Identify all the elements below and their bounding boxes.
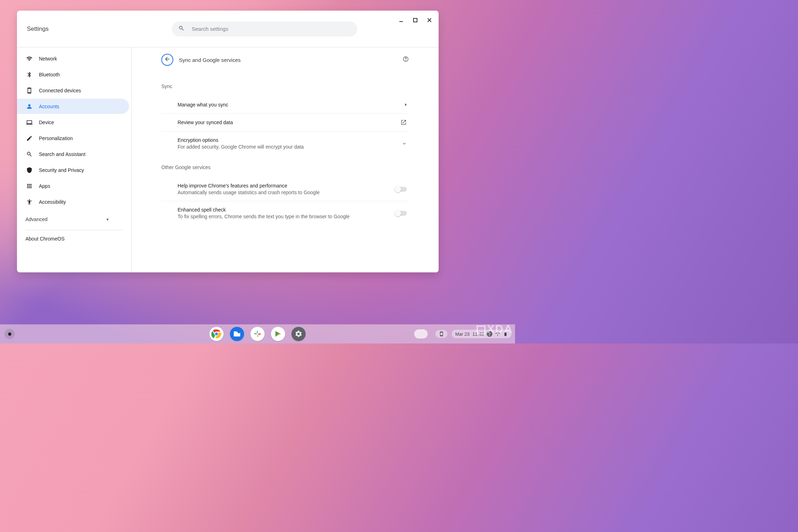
search-icon bbox=[178, 25, 185, 33]
accessibility-icon bbox=[25, 198, 33, 206]
shelf-apps bbox=[209, 327, 306, 341]
launcher-button[interactable] bbox=[4, 328, 16, 340]
shield-icon bbox=[25, 166, 33, 174]
status-date: Mar 23 bbox=[455, 331, 469, 337]
main-panel: Sync and Google services Sync Manage wha… bbox=[132, 47, 439, 272]
sidebar-item-label: Apps bbox=[39, 183, 50, 189]
svg-point-8 bbox=[215, 332, 218, 336]
app-settings[interactable] bbox=[291, 327, 306, 341]
window-body: Network Bluetooth Connected devices Acco… bbox=[17, 47, 439, 272]
status-pills bbox=[411, 328, 431, 340]
row-title: Manage what you sync bbox=[178, 102, 405, 108]
row-encryption-options[interactable]: Encryption options For added security, G… bbox=[161, 132, 409, 155]
row-review-synced-data[interactable]: Review your synced data bbox=[161, 114, 409, 132]
sidebar-item-search-assistant[interactable]: Search and Assistant bbox=[17, 146, 129, 162]
sidebar-item-label: Bluetooth bbox=[39, 72, 60, 77]
sidebar-item-network[interactable]: Network bbox=[17, 51, 129, 66]
laptop-icon bbox=[25, 118, 33, 126]
shelf: Mar 23 11:48 2 bbox=[0, 324, 515, 343]
page-header: Sync and Google services bbox=[161, 54, 409, 66]
app-slack[interactable] bbox=[250, 327, 265, 341]
sidebar-item-label: Accessibility bbox=[39, 199, 66, 205]
sidebar-item-accounts[interactable]: Accounts bbox=[17, 99, 129, 114]
phone-icon bbox=[25, 87, 33, 94]
help-icon bbox=[403, 57, 409, 63]
back-button[interactable] bbox=[161, 54, 173, 66]
search-icon bbox=[25, 150, 33, 158]
help-button[interactable] bbox=[403, 56, 409, 64]
sidebar-item-label: Device bbox=[39, 120, 54, 125]
status-avatar-group bbox=[414, 329, 428, 339]
row-title: Help improve Chrome's features and perfo… bbox=[178, 183, 395, 189]
about-chromeos[interactable]: About ChromeOS bbox=[17, 230, 131, 247]
about-label: About ChromeOS bbox=[25, 236, 65, 242]
svg-point-9 bbox=[238, 331, 240, 333]
apps-icon bbox=[25, 182, 33, 190]
sidebar-item-accessibility[interactable]: Accessibility bbox=[17, 194, 129, 209]
chevron-right-icon bbox=[405, 103, 407, 106]
row-enhanced-spell-check: Enhanced spell check To fix spelling err… bbox=[161, 201, 409, 225]
arrow-left-icon bbox=[164, 56, 170, 64]
wifi-icon bbox=[25, 55, 33, 63]
sidebar-item-label: Connected devices bbox=[39, 88, 81, 93]
settings-window: Settings Network Bluetooth Connected dev… bbox=[17, 11, 439, 272]
svg-rect-13 bbox=[258, 334, 261, 335]
launcher-icon bbox=[8, 332, 11, 336]
sidebar-item-label: Personalization bbox=[39, 135, 73, 141]
row-title: Enhanced spell check bbox=[178, 207, 395, 213]
svg-rect-10 bbox=[257, 331, 258, 333]
app-chrome[interactable] bbox=[209, 327, 224, 341]
svg-point-5 bbox=[406, 60, 406, 60]
page-title: Sync and Google services bbox=[179, 57, 403, 63]
sidebar-item-bluetooth[interactable]: Bluetooth bbox=[17, 67, 129, 82]
search-box[interactable] bbox=[172, 22, 357, 36]
sidebar-item-label: Accounts bbox=[39, 104, 59, 109]
row-manage-sync[interactable]: Manage what you sync bbox=[161, 96, 409, 114]
toggle-spell-check[interactable] bbox=[395, 211, 407, 216]
header: Settings bbox=[17, 11, 439, 47]
app-play-store[interactable] bbox=[271, 327, 285, 341]
row-subtitle: To fix spelling errors, Chrome sends the… bbox=[178, 214, 395, 219]
chevron-down-icon: ▼ bbox=[106, 218, 109, 221]
sidebar-item-security-privacy[interactable]: Security and Privacy bbox=[17, 162, 129, 178]
launch-icon bbox=[400, 119, 407, 126]
sidebar: Network Bluetooth Connected devices Acco… bbox=[17, 47, 132, 272]
sidebar-item-device[interactable]: Device bbox=[17, 115, 129, 130]
sidebar-item-apps[interactable]: Apps bbox=[17, 178, 129, 193]
advanced-toggle[interactable]: Advanced ▼ bbox=[17, 212, 131, 227]
phone-hub[interactable] bbox=[435, 330, 447, 338]
watermark: XDA bbox=[476, 323, 513, 336]
person-icon bbox=[25, 103, 33, 110]
row-subtitle: For added security, Google Chrome will e… bbox=[178, 144, 402, 150]
app-title: Settings bbox=[27, 25, 48, 33]
section-label-sync: Sync bbox=[161, 83, 409, 89]
bluetooth-icon bbox=[25, 71, 33, 79]
advanced-label: Advanced bbox=[25, 216, 47, 222]
section-label-other: Other Google services bbox=[161, 164, 409, 170]
row-help-improve-chrome: Help improve Chrome's features and perfo… bbox=[161, 177, 409, 201]
edit-icon bbox=[25, 134, 33, 142]
sidebar-item-personalization[interactable]: Personalization bbox=[17, 131, 129, 146]
row-title: Review your synced data bbox=[178, 120, 400, 125]
chevron-down-icon bbox=[402, 141, 407, 146]
sidebar-item-label: Search and Assistant bbox=[39, 151, 86, 157]
svg-rect-11 bbox=[254, 333, 257, 334]
sidebar-item-label: Security and Privacy bbox=[39, 167, 84, 173]
app-files[interactable] bbox=[230, 327, 244, 341]
row-title: Encryption options bbox=[178, 137, 402, 143]
search-input[interactable] bbox=[192, 26, 351, 32]
svg-rect-12 bbox=[257, 335, 258, 337]
toggle-help-improve[interactable] bbox=[395, 187, 407, 192]
row-subtitle: Automatically sends usage statistics and… bbox=[178, 190, 395, 195]
sidebar-item-connected-devices[interactable]: Connected devices bbox=[17, 83, 129, 98]
sidebar-item-label: Network bbox=[39, 56, 57, 62]
